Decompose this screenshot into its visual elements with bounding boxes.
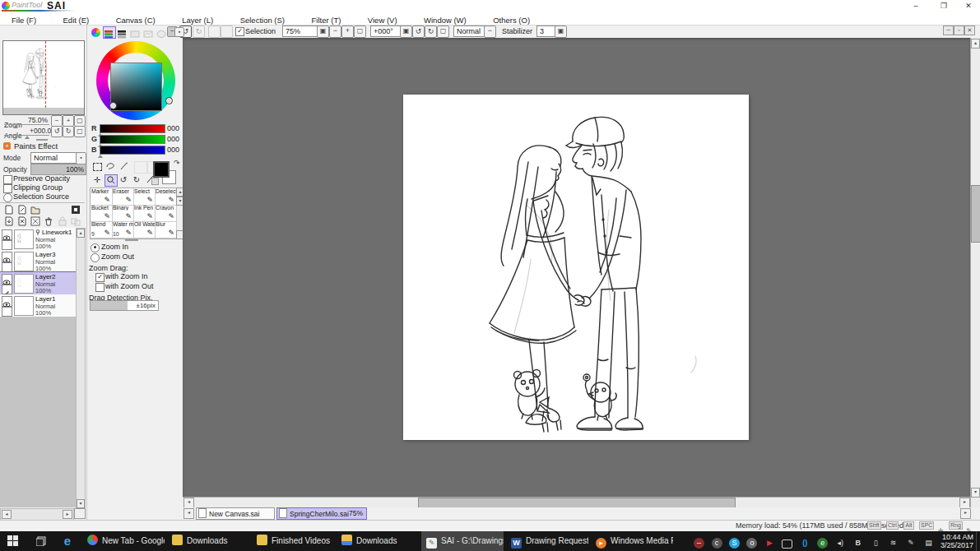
menu-layer[interactable]: Layer (L) xyxy=(170,14,225,25)
tray-device-icon[interactable]: ▯ xyxy=(871,538,881,549)
zoom-out-button[interactable]: − xyxy=(329,25,341,38)
layer-row-layer2-selected[interactable]: Layer2 Normal 100% xyxy=(0,272,76,295)
layer-row-layer3[interactable]: Layer3 Normal 100% xyxy=(0,250,76,273)
rotate-cw-tool-icon[interactable]: ↻ xyxy=(131,174,142,185)
visibility-eye-icon[interactable] xyxy=(2,229,12,240)
menu-filter[interactable]: Filter (T) xyxy=(300,14,352,25)
tray-skype-icon[interactable]: S xyxy=(729,538,740,549)
rotate-ccw-button[interactable]: ↺ xyxy=(412,25,425,38)
layer-paint-tool-icon[interactable] xyxy=(2,285,12,294)
canvas-scroll-up-button[interactable]: ▴ xyxy=(971,39,980,49)
tray-display-icon[interactable] xyxy=(782,539,792,549)
canvas-scroll-down-button[interactable]: ▾ xyxy=(971,488,980,498)
transfer-layer-icon[interactable] xyxy=(4,216,14,226)
canvas-vertical-scroll-thumb[interactable] xyxy=(971,185,980,243)
selection-source-radio[interactable] xyxy=(3,193,12,202)
scroll-corner-button[interactable] xyxy=(74,508,86,519)
tray-vlc-cone-icon[interactable]: () xyxy=(800,538,810,549)
tray-pen-icon[interactable]: ✎ xyxy=(906,538,917,549)
layers-vertical-scrollbar[interactable]: ▴ ▾ xyxy=(76,228,86,509)
b-slider-thumb[interactable] xyxy=(98,155,103,158)
zoom-out-radio[interactable] xyxy=(91,253,100,262)
layer-row-layer1[interactable]: Layer1 Normal 100% xyxy=(0,294,76,317)
rect-select-icon[interactable] xyxy=(91,161,103,172)
zoom-value-field[interactable]: 75% xyxy=(282,25,320,37)
nav-angle-reset-button[interactable]: ▢ xyxy=(74,126,86,137)
new-layer-icon[interactable] xyxy=(4,205,14,215)
zoom-tool-icon-selected[interactable] xyxy=(105,174,118,187)
layer-mask-icon[interactable] xyxy=(71,205,81,215)
menu-file[interactable]: File (F) xyxy=(0,14,48,25)
paints-effect-expand-icon[interactable]: + xyxy=(3,142,11,150)
tool-eraser[interactable]: Eraser✎ xyxy=(112,188,134,206)
preserve-opacity-checkbox[interactable] xyxy=(3,175,12,184)
rotate-ccw-tool-icon[interactable]: ↺ xyxy=(118,174,129,185)
rotate-cw-button[interactable]: ↻ xyxy=(425,25,437,38)
tool-marker[interactable]: Marker✎ xyxy=(91,188,113,206)
window-restore-button[interactable]: ❐ xyxy=(939,2,949,10)
taskbar-app-downloads[interactable]: Downloads xyxy=(167,531,249,551)
rgb-sliders-tab-icon[interactable] xyxy=(103,26,116,39)
start-button[interactable] xyxy=(0,531,26,551)
selection-checkbox[interactable]: ✓ xyxy=(235,27,244,36)
scroll-right-button[interactable]: ▸ xyxy=(63,510,72,519)
layer-mode-menu-button[interactable]: ▪ xyxy=(76,152,86,164)
link-layer-icon[interactable] xyxy=(71,216,81,226)
mode-menu-button[interactable]: − xyxy=(484,25,496,38)
color-grid-icon[interactable] xyxy=(151,178,159,185)
with-zoom-out-checkbox[interactable] xyxy=(95,283,105,292)
drawing-canvas[interactable] xyxy=(403,95,749,440)
taskbar-app-chrome[interactable]: New Tab - Google ... xyxy=(82,531,165,551)
new-linework-layer-icon[interactable] xyxy=(17,205,27,215)
foreground-color-swatch[interactable] xyxy=(153,161,170,178)
visibility-eye-icon[interactable] xyxy=(2,296,12,307)
hue-cursor[interactable] xyxy=(165,97,173,104)
tray-bluetooth-icon[interactable]: B xyxy=(852,538,863,549)
panel-collapse-button[interactable]: ▪ xyxy=(174,27,184,37)
nav-rotate-cw-button[interactable]: ↻ xyxy=(63,126,74,137)
g-slider[interactable] xyxy=(100,135,165,144)
with-zoom-in-checkbox[interactable]: ✓ xyxy=(95,273,105,282)
task-view-button[interactable] xyxy=(30,531,53,551)
zoom-in-button[interactable]: + xyxy=(341,25,354,38)
menu-others[interactable]: Others (O) xyxy=(481,14,541,25)
taskbar-clock[interactable]: 10:44 AM 3/25/2017 xyxy=(941,533,973,549)
menu-window[interactable]: Window (W) xyxy=(412,14,478,25)
selection-prev-button[interactable] xyxy=(208,25,221,38)
scroll-up-button[interactable]: ▴ xyxy=(77,229,85,238)
tool-bucket[interactable]: Bucket✎ xyxy=(91,205,113,222)
menu-canvas[interactable]: Canvas (C) xyxy=(105,14,167,25)
layer-mode-select[interactable]: Normal xyxy=(30,152,78,164)
stabilizer-menu-button[interactable]: ▣ xyxy=(555,25,567,38)
lasso-icon[interactable] xyxy=(105,161,116,172)
mixer-tab-icon[interactable] xyxy=(156,26,169,39)
tool-ink-pen[interactable]: Ink Pen✎ xyxy=(133,205,156,222)
nav-zoom-reset-button[interactable]: ▢ xyxy=(74,115,86,127)
merge-down-icon[interactable] xyxy=(17,216,27,226)
taskbar-app-word[interactable]: WDrawing Request Li... xyxy=(506,531,588,551)
menu-edit[interactable]: Edit (E) xyxy=(52,14,101,25)
edge-taskbar-icon[interactable]: e xyxy=(56,531,79,551)
paint-mode-field[interactable]: Normal xyxy=(453,25,486,37)
swatches-tab-icon[interactable] xyxy=(129,26,142,39)
show-desktop-button[interactable] xyxy=(976,531,980,551)
tool-deselect[interactable]: Deselect✎ xyxy=(155,188,177,206)
taskbar-app-downloads-2[interactable]: Downloads xyxy=(337,531,419,551)
angle-value-field[interactable]: +000° xyxy=(370,25,403,37)
swap-colors-icon[interactable]: ↷ xyxy=(174,159,180,167)
nav-rotate-ccw-button[interactable]: ↺ xyxy=(51,126,63,137)
angle-reset-button[interactable]: ▣ xyxy=(400,25,412,38)
flip-button[interactable]: ▢ xyxy=(437,25,449,38)
layer-option-box[interactable] xyxy=(2,240,12,250)
sv-cursor[interactable] xyxy=(109,102,117,109)
tray-recorder-icon[interactable]: – xyxy=(694,538,704,549)
taskbar-app-sai-active[interactable]: ✎SAI - G:\Drawings\... xyxy=(421,531,504,551)
panel-grip[interactable] xyxy=(36,139,48,141)
menu-view[interactable]: View (V) xyxy=(356,14,409,25)
tool-panel-grip[interactable] xyxy=(125,239,138,241)
redo-button[interactable]: ↻ xyxy=(193,25,205,38)
window-close-button[interactable]: ✕ xyxy=(964,2,973,10)
tray-eye-icon[interactable]: o xyxy=(746,538,757,549)
tool-oil-water[interactable]: Oil Wate✎ xyxy=(133,221,156,238)
clipping-group-checkbox[interactable] xyxy=(3,184,12,193)
